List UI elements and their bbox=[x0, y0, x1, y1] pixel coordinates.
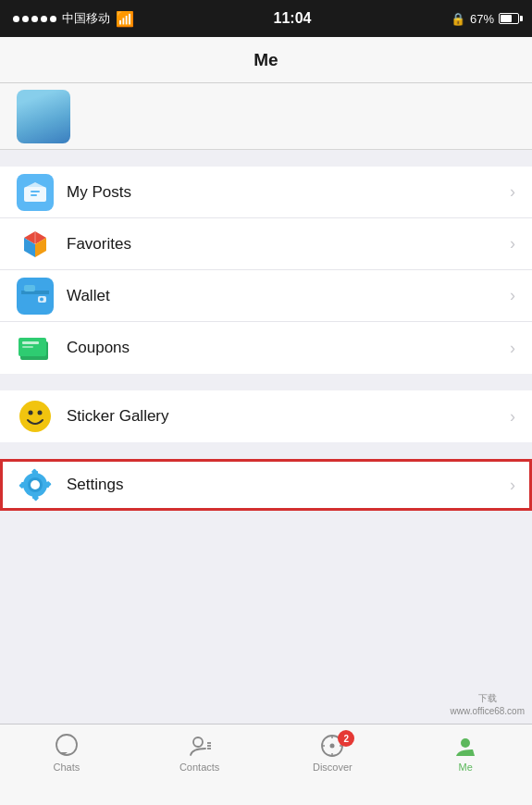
section-gap-4 bbox=[0, 511, 532, 539]
coupons-icon-wrap bbox=[17, 329, 54, 366]
watermark: 下载 www.office68.com bbox=[451, 692, 525, 718]
page-title: Me bbox=[254, 50, 278, 70]
menu-item-sticker-gallery[interactable]: Sticker Gallery › bbox=[0, 390, 532, 442]
settings-icon-wrap bbox=[17, 466, 54, 503]
me-icon bbox=[453, 734, 477, 758]
section-gap-3 bbox=[0, 442, 532, 459]
status-left: 中国移动 📶 bbox=[13, 10, 134, 28]
svg-point-34 bbox=[193, 737, 203, 747]
svg-rect-3 bbox=[31, 194, 37, 196]
battery-icon bbox=[499, 13, 519, 24]
nav-header: Me bbox=[0, 37, 532, 83]
carrier-label: 中国移动 bbox=[62, 10, 110, 27]
svg-point-20 bbox=[38, 411, 43, 415]
svg-point-43 bbox=[330, 744, 335, 749]
menu-item-wallet[interactable]: Wallet › bbox=[0, 270, 532, 322]
coupons-icon bbox=[19, 334, 52, 362]
discover-label: Discover bbox=[313, 762, 353, 773]
favorites-icon-wrap bbox=[17, 226, 54, 263]
menu-section-3: Settings › bbox=[0, 459, 532, 511]
sticker-icon bbox=[19, 400, 52, 433]
watermark-line2: www.office68.com bbox=[451, 705, 525, 718]
coupons-chevron: › bbox=[510, 339, 515, 358]
sticker-icon-wrap bbox=[17, 398, 54, 435]
settings-icon bbox=[19, 468, 52, 502]
menu-section-1: My Posts › Favorites › bbox=[0, 167, 532, 374]
my-posts-chevron: › bbox=[510, 182, 515, 202]
profile-strip[interactable] bbox=[0, 83, 532, 150]
svg-rect-16 bbox=[22, 341, 39, 344]
wallet-icon-wrap bbox=[17, 278, 54, 315]
status-right: 🔒 67% bbox=[451, 12, 519, 26]
tab-item-contacts[interactable]: Contacts bbox=[133, 734, 266, 773]
tab-item-me[interactable]: Me bbox=[399, 734, 532, 773]
coupons-label: Coupons bbox=[67, 339, 510, 357]
wallet-icon bbox=[21, 284, 49, 308]
settings-chevron: › bbox=[510, 476, 515, 495]
wallet-label: Wallet bbox=[67, 287, 510, 305]
chats-icon bbox=[55, 734, 79, 758]
wallet-chevron: › bbox=[510, 286, 515, 305]
svg-rect-2 bbox=[31, 191, 40, 192]
svg-point-12 bbox=[40, 297, 43, 301]
svg-rect-17 bbox=[22, 346, 33, 348]
svg-point-44 bbox=[461, 738, 470, 748]
section-gap-2 bbox=[0, 374, 532, 390]
svg-rect-13 bbox=[24, 285, 35, 291]
my-posts-icon bbox=[23, 182, 47, 203]
svg-point-19 bbox=[29, 411, 33, 415]
svg-point-32 bbox=[31, 481, 39, 489]
contacts-icon bbox=[188, 734, 212, 758]
section-gap-1 bbox=[0, 150, 532, 167]
chats-label: Chats bbox=[54, 762, 80, 773]
favorites-icon bbox=[19, 228, 52, 261]
tab-bar: Chats Contacts 2 Disc bbox=[0, 724, 532, 805]
signal-dots bbox=[13, 16, 56, 22]
svg-point-18 bbox=[19, 401, 51, 432]
menu-item-settings[interactable]: Settings › bbox=[0, 459, 532, 511]
favorites-label: Favorites bbox=[67, 235, 510, 254]
battery-percent: 67% bbox=[470, 12, 494, 26]
tab-item-chats[interactable]: Chats bbox=[0, 734, 133, 773]
favorites-chevron: › bbox=[510, 234, 515, 254]
my-posts-label: My Posts bbox=[67, 183, 510, 202]
wifi-icon: 📶 bbox=[116, 10, 134, 28]
status-time: 11:04 bbox=[274, 10, 312, 27]
sticker-gallery-label: Sticker Gallery bbox=[67, 407, 510, 426]
discover-badge: 2 bbox=[338, 730, 354, 747]
watermark-line1: 下载 bbox=[451, 692, 525, 705]
lock-icon: 🔒 bbox=[451, 12, 465, 26]
me-label: Me bbox=[458, 762, 472, 773]
menu-item-favorites[interactable]: Favorites › bbox=[0, 218, 532, 270]
sticker-gallery-chevron: › bbox=[510, 407, 515, 427]
avatar bbox=[17, 90, 70, 143]
menu-section-2: Sticker Gallery › bbox=[0, 390, 532, 442]
settings-label: Settings bbox=[67, 476, 510, 494]
tab-item-discover[interactable]: 2 Discover bbox=[266, 734, 400, 773]
menu-item-my-posts[interactable]: My Posts › bbox=[0, 167, 532, 218]
svg-point-33 bbox=[56, 735, 77, 755]
menu-item-coupons[interactable]: Coupons › bbox=[0, 322, 532, 374]
status-bar: 中国移动 📶 11:04 🔒 67% bbox=[0, 0, 532, 37]
contacts-label: Contacts bbox=[179, 762, 219, 773]
my-posts-icon-wrap bbox=[17, 174, 54, 211]
svg-marker-1 bbox=[26, 182, 44, 187]
